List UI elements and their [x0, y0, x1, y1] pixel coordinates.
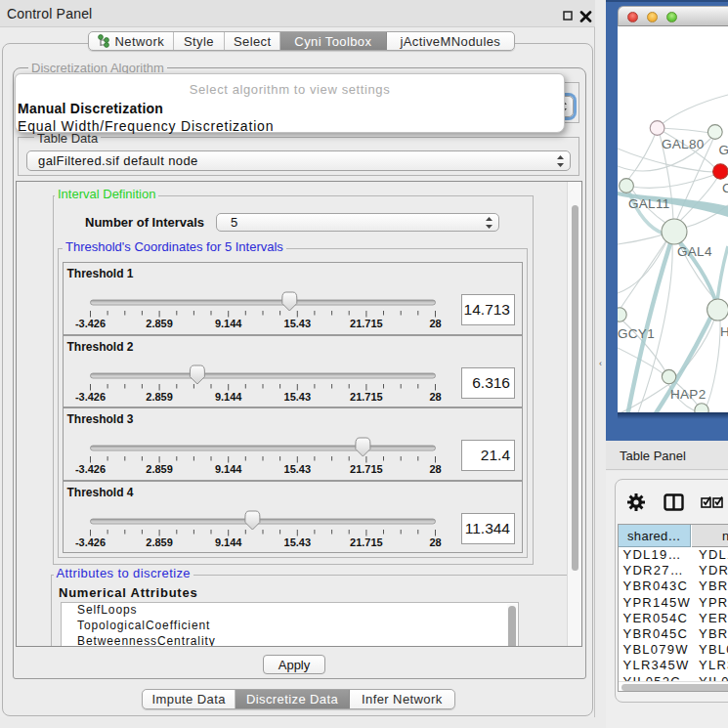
- svg-text:GAL4: GAL4: [677, 244, 712, 259]
- svg-text:28: 28: [429, 318, 441, 329]
- svg-text:28: 28: [429, 391, 441, 403]
- svg-text:15.43: 15.43: [283, 463, 311, 475]
- svg-text:GAL11: GAL11: [628, 196, 670, 211]
- svg-text:GCY1: GCY1: [618, 326, 655, 341]
- svg-text:9.144: 9.144: [214, 318, 241, 329]
- svg-text:-3.426: -3.426: [74, 463, 105, 475]
- svg-text:21.715: 21.715: [350, 391, 383, 403]
- svg-text:-3.426: -3.426: [74, 536, 105, 548]
- svg-text:2.859: 2.859: [146, 463, 173, 475]
- svg-text:2.859: 2.859: [146, 536, 173, 548]
- svg-text:GAL80: GAL80: [662, 137, 705, 151]
- svg-text:9.144: 9.144: [214, 463, 241, 475]
- svg-text:CDC25: CDC25: [722, 181, 728, 195]
- svg-text:-3.426: -3.426: [74, 391, 105, 403]
- svg-text:21.715: 21.715: [350, 463, 383, 475]
- svg-text:HAP1: HAP1: [720, 324, 728, 339]
- svg-text:2.859: 2.859: [146, 391, 173, 403]
- svg-text:28: 28: [429, 463, 441, 475]
- svg-text:28: 28: [429, 536, 441, 548]
- svg-text:21.715: 21.715: [350, 318, 383, 329]
- svg-text:9.144: 9.144: [214, 391, 241, 403]
- svg-text:15.43: 15.43: [283, 391, 311, 403]
- svg-text:-3.426: -3.426: [74, 318, 105, 329]
- svg-text:15.43: 15.43: [283, 536, 311, 548]
- svg-text:21.715: 21.715: [350, 536, 383, 548]
- svg-text:HAP2: HAP2: [670, 387, 706, 402]
- svg-text:2.859: 2.859: [146, 318, 173, 329]
- svg-text:15.43: 15.43: [283, 318, 311, 329]
- svg-text:GAL2: GAL2: [719, 143, 728, 157]
- svg-text:9.144: 9.144: [214, 536, 241, 548]
